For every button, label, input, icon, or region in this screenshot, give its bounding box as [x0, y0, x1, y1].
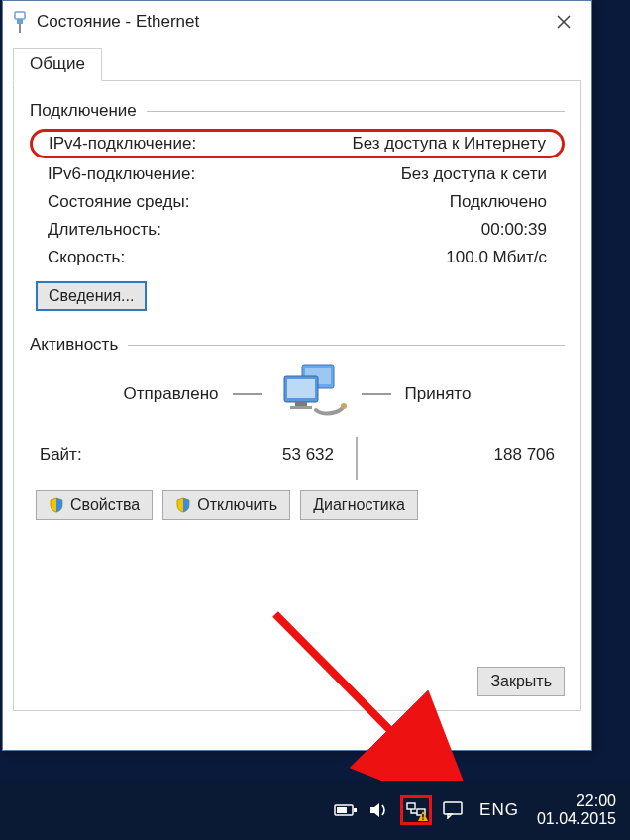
window-title: Состояние - Ethernet: [37, 12, 544, 32]
disable-button[interactable]: Отключить: [162, 490, 290, 520]
close-window-button[interactable]: [544, 6, 583, 38]
language-indicator[interactable]: ENG: [473, 800, 525, 820]
properties-button[interactable]: Свойства: [36, 490, 153, 520]
speed-label: Скорость:: [48, 248, 125, 267]
svg-rect-10: [290, 406, 312, 409]
speed-row: Скорость: 100.0 Мбит/с: [30, 244, 565, 271]
connection-group-label: Подключение: [30, 101, 137, 121]
media-state-label: Состояние среды:: [48, 192, 189, 212]
network-warning-tray-icon[interactable]: [400, 795, 432, 825]
svg-rect-0: [15, 12, 25, 19]
svg-rect-1: [17, 19, 23, 24]
svg-rect-15: [354, 808, 357, 812]
connection-group-header: Подключение: [30, 101, 565, 121]
clock-date: 01.04.2015: [537, 810, 616, 828]
tab-body: Подключение IPv4-подключение: Без доступ…: [13, 81, 581, 711]
tab-general[interactable]: Общие: [13, 48, 102, 81]
svg-point-11: [341, 403, 347, 409]
action-button-row: Свойства Отключить Диагностика: [30, 490, 565, 520]
duration-value: 00:00:39: [481, 220, 547, 240]
divider: [356, 437, 358, 480]
battery-icon[interactable]: [333, 797, 359, 823]
svg-rect-18: [407, 803, 415, 809]
divider: [128, 345, 565, 346]
computers-icon: [276, 363, 348, 425]
activity-graphic: Отправлено: [30, 363, 565, 425]
properties-button-label: Свойства: [70, 496, 140, 514]
duration-row: Длительность: 00:00:39: [30, 216, 565, 244]
divider: [147, 111, 565, 112]
warning-badge-icon: [418, 811, 428, 821]
ipv4-label: IPv4-подключение:: [49, 134, 196, 154]
ipv4-value: Без доступа к Интернету: [352, 134, 546, 154]
ipv6-label: IPv6-подключение:: [48, 164, 195, 184]
close-icon: [557, 15, 571, 29]
bytes-recv: 188 706: [379, 445, 555, 465]
bytes-sent: 53 632: [158, 445, 334, 465]
tab-strip: Общие: [13, 47, 581, 81]
taskbar: ENG 22:00 01.04.2015: [0, 781, 630, 840]
activity-group-label: Активность: [30, 335, 118, 355]
volume-icon[interactable]: [367, 797, 392, 823]
shield-icon: [175, 497, 191, 513]
diagnose-button[interactable]: Диагностика: [300, 490, 418, 520]
duration-label: Длительность:: [48, 220, 161, 240]
bytes-row: Байт: 53 632 188 706: [30, 429, 565, 472]
svg-rect-9: [295, 402, 307, 406]
svg-rect-23: [444, 802, 462, 814]
speed-value: 100.0 Мбит/с: [446, 248, 547, 267]
bytes-label: Байт:: [40, 445, 158, 465]
svg-rect-8: [287, 379, 315, 398]
svg-rect-22: [422, 819, 423, 820]
activity-group-header: Активность: [30, 335, 565, 355]
divider: [233, 393, 262, 395]
clock[interactable]: 22:00 01.04.2015: [533, 792, 620, 829]
recv-label: Принято: [405, 384, 472, 404]
svg-rect-16: [337, 807, 347, 813]
ethernet-icon: [11, 10, 29, 34]
titlebar: Состояние - Ethernet: [3, 1, 591, 43]
media-state-row: Состояние среды: Подключено: [30, 188, 565, 216]
svg-rect-21: [422, 814, 423, 818]
media-state-value: Подключено: [450, 192, 547, 212]
details-button[interactable]: Сведения...: [36, 281, 147, 311]
clock-time: 22:00: [537, 792, 616, 810]
shield-icon: [49, 497, 64, 513]
ipv6-row: IPv6-подключение: Без доступа к сети: [30, 160, 565, 188]
close-button[interactable]: Закрыть: [477, 667, 565, 696]
svg-marker-24: [448, 814, 452, 818]
divider: [362, 393, 391, 395]
ethernet-status-window: Состояние - Ethernet Общие Подключение I…: [2, 0, 592, 751]
ipv4-row: IPv4-подключение: Без доступа к Интернет…: [30, 129, 565, 158]
disable-button-label: Отключить: [197, 496, 277, 514]
svg-marker-17: [370, 803, 379, 817]
ipv6-value: Без доступа к сети: [401, 164, 547, 184]
action-center-icon[interactable]: [440, 797, 466, 823]
sent-label: Отправлено: [124, 384, 219, 404]
